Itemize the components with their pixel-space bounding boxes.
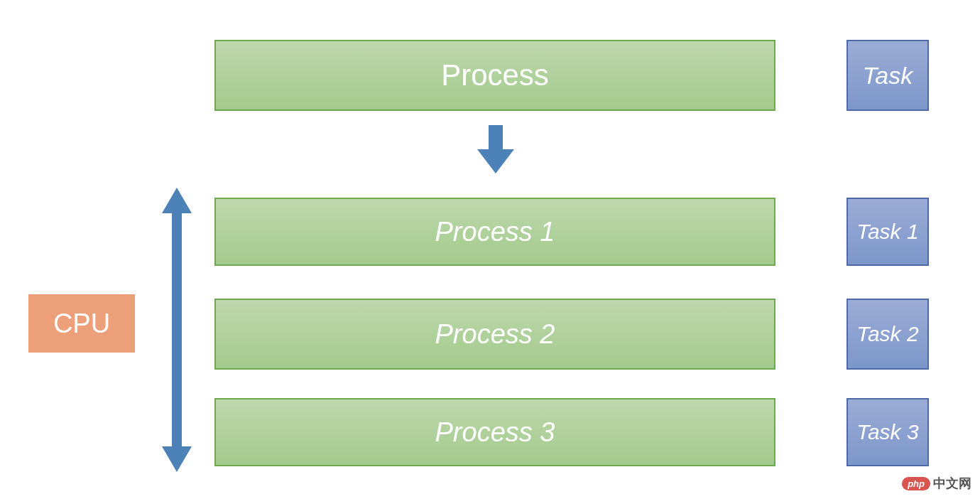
process-row-2: Process 2 xyxy=(214,299,775,370)
task-row-3-label: Task 3 xyxy=(856,420,918,444)
process-top-label: Process xyxy=(441,58,549,92)
cpu-box: CPU xyxy=(28,294,135,353)
process-row-2-label: Process 2 xyxy=(435,319,555,350)
cpu-label: CPU xyxy=(53,308,110,339)
task-row-2-label: Task 2 xyxy=(856,322,918,346)
process-row-1-label: Process 1 xyxy=(435,217,555,247)
process-row-3: Process 3 xyxy=(214,398,775,466)
process-top-box: Process xyxy=(214,40,775,111)
double-arrow-vertical-icon xyxy=(160,188,193,472)
svg-marker-0 xyxy=(477,125,514,173)
watermark-badge: php xyxy=(902,477,930,490)
process-row-1: Process 1 xyxy=(214,198,775,266)
task-row-1: Task 1 xyxy=(846,198,929,266)
svg-marker-1 xyxy=(162,188,192,472)
task-row-3: Task 3 xyxy=(846,398,929,466)
task-row-1-label: Task 1 xyxy=(856,220,918,244)
watermark-text: 中文网 xyxy=(933,475,971,492)
task-top-label: Task xyxy=(863,62,913,90)
watermark: php 中文网 xyxy=(902,475,971,492)
task-row-2: Task 2 xyxy=(846,299,929,370)
process-row-3-label: Process 3 xyxy=(435,417,555,448)
arrow-down-icon xyxy=(474,121,517,178)
task-top-box: Task xyxy=(846,40,929,111)
